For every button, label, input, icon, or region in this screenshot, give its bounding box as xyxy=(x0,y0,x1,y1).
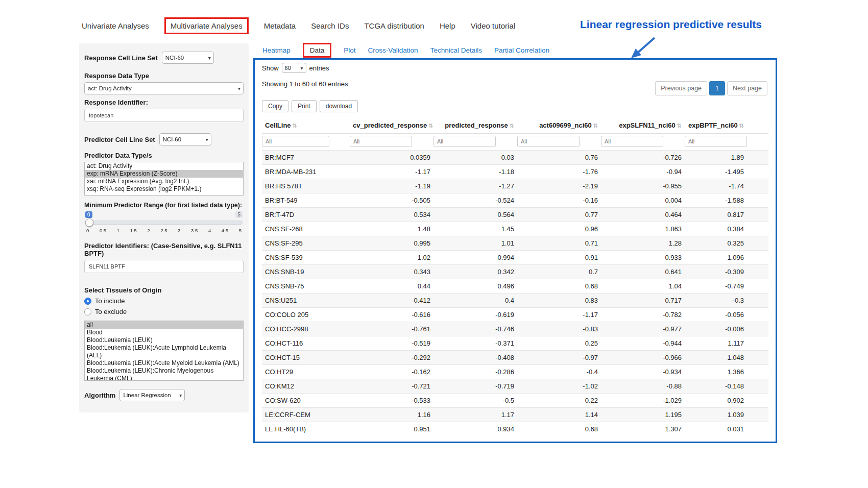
option-xsq-rna-seq-expression-log2-fpkm-1[interactable]: xsq: RNA-seq Expression (log2 FPKM+1.) xyxy=(85,185,243,193)
table-row[interactable]: CNS:SF-2950.9951.010.711.280.325 xyxy=(262,236,768,251)
table-row[interactable]: CO:COLO 205-0.616-0.619-1.17-0.782-0.056 xyxy=(262,308,768,322)
sort-icon[interactable]: ⇅ xyxy=(677,123,682,129)
slider-tick: 2.5 xyxy=(160,228,167,233)
table-row[interactable]: CO:HCC-2998-0.761-0.746-0.83-0.977-0.006 xyxy=(262,322,768,336)
table-row[interactable]: CO:KM12-0.721-0.719-1.02-0.88-0.148 xyxy=(262,379,768,394)
cellline-cell: CO:COLO 205 xyxy=(262,308,350,322)
predictor-data-type-list[interactable]: act: Drug Activityexp: mRNA Expression (… xyxy=(84,162,244,196)
value-cell: 1.02 xyxy=(350,251,433,265)
download-button[interactable]: download xyxy=(320,100,358,112)
table-row[interactable]: BR:HS 578T-1.19-1.27-2.19-0.955-1.74 xyxy=(262,179,768,193)
sort-icon[interactable]: ⇅ xyxy=(428,123,433,129)
option-blood-leukemia-leuk[interactable]: Blood:Leukemia (LEUK) xyxy=(85,336,243,344)
response-identifier-input[interactable] xyxy=(84,109,244,122)
nav-item-tcga-distribution[interactable]: TCGA distribution xyxy=(364,19,424,33)
tab-plot[interactable]: Plot xyxy=(344,44,355,56)
table-row[interactable]: LE:CCRF-CEM1.161.171.141.1951.039 xyxy=(262,408,768,422)
radio-to-exclude[interactable]: To exclude xyxy=(84,308,244,315)
radio-to-include[interactable]: To include xyxy=(84,297,244,305)
option-blood-leukemia-leuk-acute-myeloid-leukemia-aml[interactable]: Blood:Leukemia (LEUK):Acute Myeloid Leuk… xyxy=(85,359,243,367)
tab-cross-validation[interactable]: Cross-Validation xyxy=(368,44,418,56)
table-row[interactable]: BR:T-47D0.5340.5640.770.4640.817 xyxy=(262,208,768,222)
option-xai-mrna-expression-avg-log2-int[interactable]: xai: mRNA Expression (Avg. log2 Int.) xyxy=(85,178,243,185)
nav-item-multivariate-analyses[interactable]: Multivariate Analyses xyxy=(164,17,249,34)
radio-selected-icon xyxy=(84,298,91,305)
tab-data[interactable]: Data xyxy=(303,43,332,58)
option-all[interactable]: all xyxy=(85,321,243,329)
slider-handle[interactable] xyxy=(85,218,93,227)
column-header-cv-predicted-response[interactable]: cv_predicted_response⇅ xyxy=(350,117,433,134)
table-row[interactable]: CO:HT29-0.162-0.286-0.4-0.9341.366 xyxy=(262,365,768,379)
option-exp-mrna-expression-z-score[interactable]: exp: mRNA Expression (Z-Score) xyxy=(85,170,243,178)
filter-input-cv-predicted-response[interactable] xyxy=(350,136,412,147)
value-cell: 0.902 xyxy=(685,394,768,408)
table-row[interactable]: CO:HCT-15-0.292-0.408-0.97-0.9661.048 xyxy=(262,351,768,365)
nav-item-search-ids[interactable]: Search IDs xyxy=(311,19,349,33)
nav-item-metadata[interactable]: Metadata xyxy=(264,19,296,33)
filter-input-expbptf-nci60[interactable] xyxy=(685,136,747,147)
sort-icon[interactable]: ⇅ xyxy=(510,123,514,129)
value-cell: 0.004 xyxy=(601,193,685,208)
next-page-button[interactable]: Next page xyxy=(727,81,767,95)
nav-item-video-tutorial[interactable]: Video tutorial xyxy=(471,19,515,33)
value-cell: -0.749 xyxy=(685,279,768,294)
tissue-list[interactable]: allBloodBlood:Leukemia (LEUK)Blood:Leuke… xyxy=(84,321,244,381)
predictor-cell-line-set-select[interactable]: NCI-60 xyxy=(159,133,211,145)
value-cell: 0.933 xyxy=(601,251,685,265)
option-act-drug-activity[interactable]: act: Drug Activity xyxy=(85,162,243,170)
results-panel: Show 60 ▾ entries Showing 1 to 60 of 60 … xyxy=(253,58,777,443)
option-blood[interactable]: Blood xyxy=(85,329,243,336)
slider-tick: 4.5 xyxy=(222,228,228,233)
sort-icon[interactable]: ⇅ xyxy=(593,123,598,129)
table-row[interactable]: CNS:SNB-750.440.4960.681.04-0.749 xyxy=(262,279,768,294)
value-cell: -1.495 xyxy=(685,165,768,179)
column-header-predicted-response[interactable]: predicted_response⇅ xyxy=(433,117,517,134)
page-length-select[interactable]: 60 xyxy=(282,63,306,73)
filter-input-cellline[interactable] xyxy=(262,136,329,147)
tab-partial-correlation[interactable]: Partial Correlation xyxy=(494,44,549,56)
column-header-expbptf-nci60[interactable]: expBPTF_nci60⇅ xyxy=(685,117,768,134)
print-button[interactable]: Print xyxy=(292,100,317,112)
column-header-cellline[interactable]: CellLine⇅ xyxy=(262,117,350,134)
previous-page-button[interactable]: Previous page xyxy=(655,81,707,95)
tab-technical-details[interactable]: Technical Details xyxy=(430,44,482,56)
predictor-data-type-label: Predictor Data Type/s xyxy=(84,152,244,159)
page-number-button[interactable]: 1 xyxy=(709,81,725,95)
value-cell: 1.01 xyxy=(433,236,517,251)
table-row[interactable]: CNS:SF-5391.020.9940.910.9331.096 xyxy=(262,251,768,265)
sort-icon[interactable]: ⇅ xyxy=(293,123,297,129)
column-header-act609699-nci60[interactable]: act609699_nci60⇅ xyxy=(517,117,601,134)
response-data-type-select[interactable]: act: Drug Activity xyxy=(84,82,244,94)
filter-input-expslfn11-nci60[interactable] xyxy=(601,136,663,147)
table-row[interactable]: BR:MCF70.03590.030.76-0.7261.89 xyxy=(262,151,768,165)
table-row[interactable]: CNS:SF-2681.481.450.961.8630.384 xyxy=(262,222,768,236)
nav-item-univariate-analyses[interactable]: Univariate Analyses xyxy=(82,19,149,33)
annotation-arrow-icon xyxy=(627,36,660,61)
table-row[interactable]: BR:BT-549-0.505-0.524-0.160.004-1.588 xyxy=(262,193,768,208)
min-predictor-range-slider[interactable]: 0 5 00.511.522.533.544.55 xyxy=(85,211,243,236)
table-row[interactable]: CO:SW-620-0.533-0.50.22-1.0290.902 xyxy=(262,394,768,408)
tab-heatmap[interactable]: Heatmap xyxy=(262,44,291,56)
nav-item-help[interactable]: Help xyxy=(440,19,455,33)
slider-track[interactable] xyxy=(85,221,243,225)
sort-icon[interactable]: ⇅ xyxy=(739,123,744,129)
copy-button[interactable]: Copy xyxy=(262,100,288,112)
filter-input-predicted-response[interactable] xyxy=(433,136,496,147)
response-cell-line-set-select[interactable]: NCI-60 xyxy=(162,52,214,64)
predictor-identifiers-input[interactable] xyxy=(84,260,244,273)
filter-input-act609699-nci60[interactable] xyxy=(517,136,580,147)
table-row[interactable]: CNS:SNB-190.3430.3420.70.641-0.309 xyxy=(262,265,768,279)
value-cell: 0.91 xyxy=(517,251,601,265)
value-cell: -0.408 xyxy=(433,351,517,365)
table-row[interactable]: CNS:U2510.4120.40.830.717-0.3 xyxy=(262,294,768,308)
value-cell: 1.039 xyxy=(685,408,768,422)
column-label: CellLine xyxy=(265,121,291,129)
table-row[interactable]: BR:MDA-MB-231-1.17-1.18-1.76-0.94-1.495 xyxy=(262,165,768,179)
option-blood-leukemia-leuk-acute-lymphoid-leukemia-all[interactable]: Blood:Leukemia (LEUK):Acute Lymphoid Leu… xyxy=(85,344,243,359)
value-cell: 0.343 xyxy=(350,265,433,279)
algorithm-select[interactable]: Linear Regression xyxy=(119,389,185,401)
option-blood-leukemia-leuk-chronic-myelogenous-leukemia-cml[interactable]: Blood:Leukemia (LEUK):Chronic Myelogenou… xyxy=(85,367,243,381)
table-row[interactable]: LE:HL-60(TB)0.9510.9340.681.3070.031 xyxy=(262,422,768,436)
column-header-expslfn11-nci60[interactable]: expSLFN11_nci60⇅ xyxy=(601,117,685,134)
table-row[interactable]: CO:HCT-116-0.519-0.3710.25-0.9441.117 xyxy=(262,336,768,351)
